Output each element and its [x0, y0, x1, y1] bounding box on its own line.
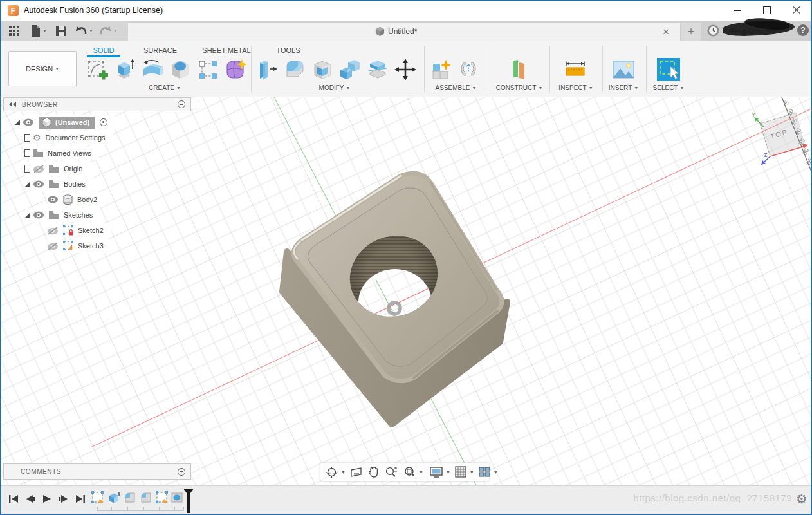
- tree-row-sketch2[interactable]: Sketch2: [47, 223, 111, 238]
- visible-eye-icon[interactable]: [47, 196, 59, 203]
- collapsed-icon[interactable]: [25, 150, 30, 156]
- tree-row-bodies[interactable]: Bodies: [25, 177, 93, 191]
- orbit-caret[interactable]: ▼: [341, 470, 346, 474]
- grid-and-snaps-caret[interactable]: ▼: [470, 470, 474, 474]
- tree-row-document-settings[interactable]: ⚙ Document Settings: [25, 131, 113, 145]
- grid-and-snaps-button[interactable]: [455, 466, 466, 478]
- new-component-icon: [430, 59, 452, 80]
- viewport-canvas[interactable]: TOP Y Z 5 10 15 20 25 30 35: [1, 97, 812, 485]
- fillet-button[interactable]: [281, 56, 308, 83]
- document-tab-close-button[interactable]: ✕: [660, 25, 672, 38]
- orbit-icon: [326, 466, 338, 478]
- timeline-settings-gear-icon[interactable]: ⚙: [796, 491, 807, 507]
- visible-eye-icon[interactable]: [33, 211, 44, 219]
- combine-button[interactable]: [336, 56, 364, 83]
- app-grid-icon: [9, 26, 19, 36]
- root-component-selected[interactable]: (Unsaved): [39, 117, 95, 129]
- group-modify-label[interactable]: MODIFY▼: [299, 83, 370, 92]
- tree-row-root[interactable]: (Unsaved): [15, 115, 115, 129]
- tab-surface[interactable]: SURFACE: [141, 44, 180, 57]
- tab-sheet-metal[interactable]: SHEET METAL: [200, 44, 253, 57]
- browser-grip[interactable]: [192, 100, 196, 109]
- joint-button[interactable]: [454, 56, 482, 83]
- move-copy-button[interactable]: [391, 56, 419, 83]
- measure-button[interactable]: [561, 56, 589, 83]
- comments-grip[interactable]: [192, 467, 196, 476]
- zoom-button[interactable]: [385, 466, 398, 478]
- collapsed-icon[interactable]: [25, 165, 30, 172]
- redo-button[interactable]: ▼: [100, 26, 118, 35]
- hidden-eye-icon[interactable]: [33, 165, 44, 173]
- tree-row-named-views[interactable]: Named Views: [25, 146, 99, 160]
- press-pull-button[interactable]: [253, 56, 281, 83]
- undo-button[interactable]: ▼: [75, 26, 93, 35]
- pan-button[interactable]: [368, 466, 379, 478]
- save-button[interactable]: [56, 26, 66, 36]
- workspace-caret: ▼: [55, 66, 59, 71]
- timeline-marker[interactable]: [182, 487, 195, 514]
- viewports-button[interactable]: [479, 467, 490, 477]
- construction-plane-button[interactable]: [504, 56, 532, 83]
- tab-strip: ▼ ▼ ▼: [1, 21, 811, 41]
- display-settings-button[interactable]: [430, 467, 443, 478]
- document-tab[interactable]: Untitled* ✕: [128, 23, 680, 41]
- fit-caret[interactable]: ▼: [419, 470, 423, 474]
- close-button[interactable]: [782, 1, 811, 20]
- title-bar: F Autodesk Fusion 360 (Startup License): [1, 1, 811, 21]
- orbit-button[interactable]: [326, 466, 338, 478]
- collapse-browser-icon[interactable]: [9, 102, 17, 107]
- press-pull-icon: [256, 59, 278, 80]
- hidden-eye-icon[interactable]: [47, 242, 59, 250]
- comments-header[interactable]: COMMENTS: [3, 464, 191, 480]
- hole-button[interactable]: [166, 56, 194, 83]
- expanded-icon[interactable]: [25, 212, 30, 218]
- create-sketch-button[interactable]: [83, 56, 111, 83]
- folder-icon: [49, 211, 59, 219]
- tree-row-body2[interactable]: Body2: [47, 192, 105, 207]
- new-tab-button[interactable]: +: [681, 23, 701, 41]
- activate-component-radio[interactable]: [100, 118, 107, 126]
- rectangular-pattern-button[interactable]: [194, 56, 221, 83]
- watermark-text: https://blog.csdn.net/qq_27158179: [633, 492, 792, 503]
- visible-eye-icon[interactable]: [33, 180, 44, 188]
- group-select-label[interactable]: SELECT▼: [635, 83, 702, 92]
- hidden-eye-icon[interactable]: [47, 227, 59, 235]
- tree-row-sketch3[interactable]: Sketch3: [47, 239, 111, 253]
- create-caret: ▼: [176, 86, 181, 90]
- workspace-selector[interactable]: DESIGN ▼: [8, 51, 77, 86]
- app-grid-button[interactable]: [9, 26, 19, 36]
- tree-row-origin[interactable]: Origin: [25, 162, 90, 176]
- tree-row-sketches[interactable]: Sketches: [25, 208, 100, 222]
- insert-image-button[interactable]: [609, 56, 637, 83]
- shell-button[interactable]: [308, 56, 336, 83]
- navigation-bar: ▼ ▼: [320, 463, 489, 481]
- minimize-button[interactable]: [723, 1, 752, 20]
- tab-solid[interactable]: SOLID: [87, 44, 120, 57]
- collapsed-icon[interactable]: [25, 135, 30, 141]
- split-body-button[interactable]: [364, 56, 391, 83]
- create-form-button[interactable]: [221, 56, 249, 83]
- maximize-button[interactable]: [752, 1, 782, 20]
- new-component-button[interactable]: [427, 56, 454, 83]
- revolve-button[interactable]: [138, 56, 166, 83]
- tab-tools[interactable]: TOOLS: [273, 44, 303, 57]
- extrude-button[interactable]: [111, 56, 138, 83]
- browser-minimize-icon[interactable]: [178, 100, 185, 108]
- file-menu-button[interactable]: ▼: [31, 25, 47, 37]
- user-account[interactable]: Feng Qiangjian: [725, 23, 793, 39]
- browser-header[interactable]: BROWSER: [3, 97, 191, 111]
- viewports-caret[interactable]: ▼: [494, 470, 498, 474]
- visible-eye-icon[interactable]: [23, 118, 34, 126]
- group-create-label[interactable]: CREATE▼: [129, 83, 200, 92]
- expanded-icon[interactable]: [25, 182, 30, 187]
- fit-button[interactable]: [403, 466, 416, 478]
- recent-versions-button[interactable]: [707, 24, 719, 37]
- select-button[interactable]: [654, 56, 682, 83]
- add-comment-icon[interactable]: [178, 468, 185, 476]
- sketch-locked-icon: [63, 225, 73, 236]
- display-settings-caret[interactable]: ▼: [446, 470, 450, 474]
- look-at-button[interactable]: [350, 467, 362, 477]
- display-settings-icon: [430, 467, 443, 478]
- help-button[interactable]: ?: [797, 24, 809, 36]
- expanded-icon[interactable]: [15, 120, 20, 125]
